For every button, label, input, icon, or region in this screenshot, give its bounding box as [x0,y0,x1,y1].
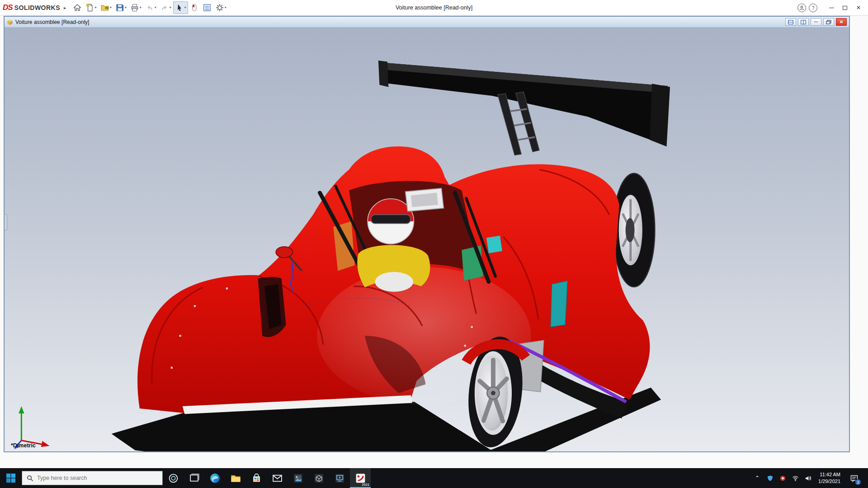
document-title: Voiture assomblee [Read-only] [15,19,783,25]
view-orientation-label: *Dimetric [11,442,36,449]
print-dropdown[interactable]: ▾ [140,6,142,9]
mail-button[interactable] [267,468,288,488]
app-title-bar: DS SOLIDWORKS ▸ ▾ ▾ ▾ ▾ ▾ ▾ ▾ ▾ [0,0,868,16]
doc-tile-vertical-button[interactable] [798,18,809,26]
mouse-gesture-icon [190,3,199,12]
doc-minimize-button[interactable] [811,18,821,26]
security-tray-button[interactable] [764,468,776,488]
print-icon [130,3,139,12]
movies-tv-icon [334,473,345,484]
open-dropdown[interactable]: ▾ [110,6,112,9]
clock-time: 11:42 AM [818,471,840,478]
brand-name: SOLIDWORKS [14,4,60,11]
movies-tv-button[interactable] [329,468,350,488]
windows-logo-icon [6,473,16,483]
help-button[interactable]: ? [809,4,817,12]
select-tool-button[interactable]: ▾ [173,1,188,14]
solidworks-version-badge: 2021 [362,483,369,487]
minimize-button[interactable] [825,2,838,14]
options-button[interactable]: ▾ [213,1,228,14]
assembly-icon [7,19,13,25]
solidworks-app-icon [355,473,366,484]
new-document-icon [85,3,94,12]
maximize-button[interactable] [838,2,852,14]
volume-tray-button[interactable] [802,468,814,488]
maximize-icon [843,6,847,10]
open-folder-icon [100,3,109,12]
select-dropdown[interactable]: ▾ [184,6,186,9]
save-dropdown[interactable]: ▾ [125,6,127,9]
mouse-gesture-button[interactable] [188,1,201,14]
close-icon: ✕ [856,5,861,11]
solidworks-taskbar-button[interactable]: 2021 [350,468,371,488]
doc-minimize-icon [814,22,818,22]
minimize-icon [829,8,834,8]
menu-expand-chevron-icon[interactable]: ▸ [64,5,66,11]
volume-icon [805,475,811,482]
redo-dropdown[interactable]: ▾ [170,6,171,9]
app-window-title: Voiture assomblee [Read-only] [396,5,472,11]
doc-restore-icon [826,20,831,24]
help-icon: ? [811,5,814,10]
status-dot-icon [779,475,786,482]
doc-tile-horizontal-button[interactable] [785,18,796,26]
redo-icon [160,3,169,12]
window-controls: ✕ [825,2,865,14]
print-button[interactable]: ▾ [128,1,143,14]
photos-button[interactable] [288,468,308,488]
rear-wing[interactable] [378,61,670,155]
document-window-controls: ✕ [785,18,847,26]
rear-wheel-far[interactable] [613,174,655,287]
new-document-dropdown[interactable]: ▾ [95,6,97,9]
new-document-button[interactable]: ▾ [84,1,99,14]
store-button[interactable] [246,468,267,488]
hidden-icons-button[interactable]: ⌃ [751,468,763,488]
search-input[interactable] [37,475,158,481]
network-tray-button[interactable] [789,468,801,488]
account-button[interactable] [797,4,806,12]
updates-tray-button[interactable] [777,468,788,488]
save-button[interactable]: ▾ [113,1,128,14]
task-view-icon [189,473,200,484]
edge-icon-button[interactable] [204,468,225,488]
user-icon [799,5,805,11]
taskbar-clock[interactable]: 11:42 AM 1/29/2021 [815,471,844,485]
options-dropdown[interactable]: ▾ [225,6,226,9]
feature-tree-splitter[interactable] [5,214,7,230]
notification-badge: 2 [855,479,861,485]
task-pane-button[interactable] [201,1,213,14]
cortana-button[interactable] [163,468,184,488]
undo-button[interactable]: ▾ [143,1,158,14]
graphics-viewport[interactable]: *Dimetric [5,28,849,451]
select-cursor-icon [175,3,184,12]
document-title-bar[interactable]: Voiture assomblee [Read-only] ✕ [5,17,849,28]
file-explorer-icon [230,473,241,484]
3d-viewer-button[interactable] [308,468,329,488]
close-button[interactable]: ✕ [852,2,865,14]
clock-date: 1/29/2021 [818,478,840,485]
undo-dropdown[interactable]: ▾ [155,6,156,9]
dassault-logo-mark: DS [3,3,13,12]
workspace: Voiture assomblee [Read-only] ✕ [0,16,868,468]
wifi-icon [792,475,799,482]
system-tray: ⌃ 11:42 AM 1/29/2021 2 [751,468,868,488]
open-button[interactable]: ▾ [99,1,113,14]
redo-button[interactable]: ▾ [158,1,173,14]
car-model-render[interactable] [5,28,849,451]
photos-icon [292,473,304,484]
rear-wheel-near[interactable] [463,334,528,450]
search-icon [27,475,33,482]
tile-horizontal-icon [788,20,793,24]
solidworks-logo: DS SOLIDWORKS ▸ [3,3,66,12]
doc-close-button[interactable]: ✕ [836,18,847,26]
file-explorer-button[interactable] [225,468,246,488]
home-icon [73,3,82,12]
doc-restore-button[interactable] [823,18,834,26]
action-center-button[interactable]: 2 [845,468,863,488]
task-view-button[interactable] [184,468,204,488]
home-button[interactable] [71,1,84,14]
store-icon [251,473,262,484]
start-button[interactable] [0,468,22,488]
tray-caret-icon: ⌃ [755,475,760,481]
taskbar-search[interactable] [22,471,163,485]
